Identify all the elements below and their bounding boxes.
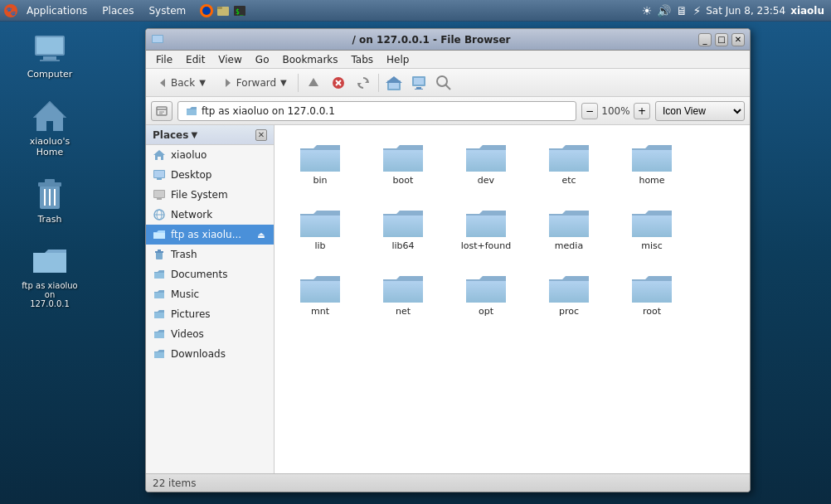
sidebar-item-downloads[interactable]: Downloads <box>146 344 274 364</box>
home-button[interactable] <box>382 71 406 94</box>
folder-icon <box>630 204 673 240</box>
file-item-opt[interactable]: opt <box>449 264 523 322</box>
file-item-proc[interactable]: proc <box>532 264 606 322</box>
file-item-dev[interactable]: dev <box>449 133 523 191</box>
sidebar-item-desktop[interactable]: Desktop <box>146 165 274 185</box>
desktop: 🐾 Applications Places System <box>0 0 831 504</box>
sidebar-item-downloads-label: Downloads <box>171 348 226 360</box>
svg-rect-53 <box>156 252 163 259</box>
taskbar-applications-menu[interactable]: Applications <box>20 3 94 18</box>
search-toolbar-icon <box>435 74 453 92</box>
svg-rect-21 <box>153 36 163 42</box>
sidebar-item-music-label: Music <box>171 288 199 300</box>
location-edit-button[interactable] <box>151 101 173 121</box>
svg-rect-16 <box>45 179 55 183</box>
svg-marker-22 <box>160 79 165 87</box>
sidebar-item-pictures[interactable]: Pictures <box>146 304 274 324</box>
sidebar-item-videos-label: Videos <box>171 328 204 340</box>
window-close-btn[interactable]: ✕ <box>731 33 745 46</box>
search-toolbar-button[interactable] <box>432 71 455 94</box>
forward-icon <box>222 77 234 89</box>
taskbar-system-menu[interactable]: System <box>142 3 192 18</box>
menu-go[interactable]: Go <box>249 52 276 67</box>
sidebar-header: Places ▼ ✕ <box>146 125 274 145</box>
file-item-boot[interactable]: boot <box>366 133 440 191</box>
svg-rect-55 <box>158 250 161 251</box>
view-mode-select[interactable]: Icon View List View Compact View <box>655 101 745 121</box>
desktop-icon-ftp-label: ftp as xiaoluo on 127.0.0.1 <box>17 281 83 308</box>
svg-text:🐾: 🐾 <box>6 6 17 17</box>
sidebar-item-xiaoluo[interactable]: xiaoluo <box>146 145 274 165</box>
tray-icon-sun[interactable]: ☀️ <box>642 4 653 17</box>
stop-button[interactable] <box>327 71 350 94</box>
file-item-root[interactable]: root <box>615 264 689 322</box>
folder-icon <box>381 269 425 306</box>
taskbar-places-menu[interactable]: Places <box>95 3 140 18</box>
desktop-icon-home[interactable]: xiaoluo's Home <box>17 96 83 158</box>
file-grid: bin boot <box>275 125 750 473</box>
file-item-label: etc <box>561 175 576 186</box>
desktop-icon-trash[interactable]: Trash <box>17 174 83 225</box>
sidebar-item-network[interactable]: Network <box>146 205 274 225</box>
window-titlebar: / on 127.0.0.1 - File Browser _ □ ✕ <box>146 29 750 51</box>
toolbar-separator-1 <box>298 74 299 92</box>
reload-button[interactable] <box>352 71 375 94</box>
file-item-mnt[interactable]: mnt <box>283 264 357 322</box>
menu-bookmarks[interactable]: Bookmarks <box>275 52 344 67</box>
window-minimize-btn[interactable]: _ <box>698 33 712 46</box>
terminal-taskbar-icon[interactable]: $_ <box>232 3 247 18</box>
sidebar-item-music[interactable]: Music <box>146 284 274 304</box>
edit-location-icon <box>155 104 168 118</box>
computer-toolbar-button[interactable] <box>407 71 430 94</box>
sidebar-close-button[interactable]: ✕ <box>255 129 267 141</box>
file-item-net[interactable]: net <box>366 264 440 322</box>
file-item-lost+found[interactable]: lost+found <box>449 199 523 256</box>
tray-icon-network[interactable]: 🖥 <box>676 4 688 17</box>
svg-rect-45 <box>154 171 164 177</box>
desktop-icon-ftp[interactable]: ftp as xiaoluo on 127.0.0.1 <box>17 241 83 308</box>
filemanager-taskbar-icon[interactable] <box>216 3 231 18</box>
back-button[interactable]: Back ▼ <box>149 74 213 92</box>
file-item-label: net <box>396 306 411 317</box>
sidebar-item-filesystem[interactable]: File System <box>146 185 274 205</box>
sidebar-item-trash[interactable]: Trash <box>146 245 274 264</box>
zoom-out-button[interactable]: − <box>581 103 598 119</box>
desktop-icon-computer[interactable]: Computer <box>17 29 83 80</box>
file-item-etc[interactable]: etc <box>532 133 606 191</box>
menu-help[interactable]: Help <box>380 52 416 67</box>
sidebar-item-ftp[interactable]: ftp as xiaolu... ⏏ <box>146 225 274 245</box>
file-item-media[interactable]: media <box>532 199 606 256</box>
menu-file[interactable]: File <box>149 52 179 67</box>
sidebar-item-desktop-label: Desktop <box>171 169 212 181</box>
file-item-misc[interactable]: misc <box>615 199 689 256</box>
window-maximize-btn[interactable]: □ <box>715 33 728 46</box>
file-item-label: mnt <box>311 306 329 317</box>
sidebar-item-videos[interactable]: Videos <box>146 324 274 344</box>
menu-view[interactable]: View <box>211 52 248 67</box>
sidebar-eject-icon[interactable]: ⏏ <box>255 229 267 240</box>
file-item-label: proc <box>559 306 579 317</box>
file-item-bin[interactable]: bin <box>283 133 357 191</box>
taskbar-username: xiaolu <box>790 5 824 17</box>
back-dropdown-arrow: ▼ <box>199 78 206 87</box>
file-item-lib[interactable]: lib <box>283 199 357 256</box>
menu-tabs[interactable]: Tabs <box>345 52 381 67</box>
file-item-home[interactable]: home <box>615 133 689 191</box>
up-button[interactable] <box>302 71 325 94</box>
folder-icon <box>547 269 590 306</box>
taskbar-right: ☀️ 🔊 🖥 ⚡ Sat Jun 8, 23:54 xiaolu <box>642 4 831 17</box>
tray-icon-battery[interactable]: ⚡ <box>692 4 701 17</box>
menu-edit[interactable]: Edit <box>179 52 211 67</box>
location-path-bar[interactable]: ftp as xiaoluo on 127.0.0.1 <box>177 101 576 121</box>
file-item-lib64[interactable]: lib64 <box>366 199 440 256</box>
svg-rect-46 <box>157 178 162 180</box>
forward-button[interactable]: Forward ▼ <box>215 74 294 92</box>
firefox-icon[interactable] <box>199 3 214 18</box>
gnome-foot-icon[interactable]: 🐾 <box>3 3 18 18</box>
zoom-in-button[interactable]: + <box>634 103 650 119</box>
toolbar: Back ▼ Forward ▼ <box>146 69 750 97</box>
sidebar-item-documents[interactable]: Documents <box>146 264 274 284</box>
tray-icon-volume[interactable]: 🔊 <box>657 4 671 17</box>
sidebar-item-network-icon <box>153 208 166 221</box>
desktop-icon-trash-label: Trash <box>37 214 61 225</box>
